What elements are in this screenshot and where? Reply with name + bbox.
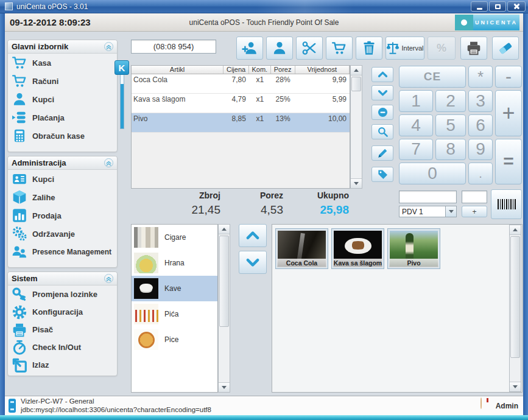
customer-button[interactable]: [266, 37, 293, 60]
quantity-field[interactable]: [462, 191, 487, 203]
category-item-pica[interactable]: Pića: [132, 301, 217, 327]
scrollbar-thumb[interactable]: [510, 236, 520, 358]
sidebar-item-racuni[interactable]: Računi: [8, 72, 117, 90]
print-button[interactable]: [460, 37, 487, 60]
line-up-button[interactable]: [371, 67, 393, 82]
table-row-selected[interactable]: Pivo 8,85 x1 13% 10,00: [132, 113, 350, 133]
category-up-button[interactable]: [239, 224, 267, 247]
sidebar-item-pisac[interactable]: Pisač: [8, 321, 117, 338]
erase-button[interactable]: [492, 37, 519, 60]
receipt-scrollbar[interactable]: [350, 65, 362, 189]
tax-add-button[interactable]: +: [462, 206, 487, 217]
key-9[interactable]: 9: [468, 139, 493, 161]
delete-receipt-button[interactable]: [356, 37, 382, 60]
add-customer-button[interactable]: [236, 37, 263, 60]
key-plus[interactable]: +: [495, 90, 522, 136]
key-multiply[interactable]: *: [468, 66, 493, 88]
receipt-table[interactable]: Artikl Cijena Kom. Porez Vrijednost Coca…: [131, 65, 350, 189]
scroll-down-button[interactable]: [219, 382, 230, 392]
sidebar-item-konfiguracija[interactable]: Konfiguracija: [8, 303, 117, 321]
window-titlebar[interactable]: uniCenta oPOS - 3.01: [0, 0, 528, 13]
receipt-table-header: Artikl Cijena Kom. Porez Vrijednost: [132, 66, 350, 74]
scroll-down-button[interactable]: [510, 382, 521, 391]
key-8[interactable]: 8: [435, 139, 466, 161]
input-field[interactable]: [399, 191, 457, 203]
edit-line-button[interactable]: [371, 145, 393, 161]
section-header[interactable]: Sistem: [8, 272, 117, 285]
sidebar-section-administracija: Administracija Kupci Zalihe Prodaja Održ…: [7, 156, 118, 268]
section-header[interactable]: Glavni izbornik: [8, 40, 117, 54]
dropdown-arrow-icon[interactable]: [445, 206, 456, 217]
col-artikl[interactable]: Artikl: [132, 66, 224, 74]
product-scrollbar[interactable]: [509, 225, 521, 392]
sidebar-item-prodaja[interactable]: Prodaja: [8, 206, 117, 225]
key-3[interactable]: 3: [468, 90, 493, 112]
col-vrijednost[interactable]: Vrijednost: [295, 66, 350, 74]
sidebar-item-kupci[interactable]: Kupci: [8, 90, 117, 108]
connection-string: jdbc:mysql://localhost:3306/unicenta?cha…: [21, 406, 480, 414]
delete-line-button[interactable]: [371, 105, 393, 120]
key-2[interactable]: 2: [435, 90, 466, 112]
scroll-up-button[interactable]: [219, 225, 230, 234]
category-item-cigare[interactable]: Cigare: [132, 225, 217, 250]
sidebar-item-kasa[interactable]: Kasa: [8, 54, 117, 72]
key-6[interactable]: 6: [468, 114, 493, 136]
category-down-button[interactable]: [239, 251, 267, 274]
category-image-cigare: [134, 227, 158, 248]
section-title: Administracija: [12, 158, 104, 167]
sidebar-item-obracun-kase[interactable]: Obračun kase: [8, 127, 117, 145]
product-button-kava-sa-slagom[interactable]: Kava sa šlagom: [331, 228, 384, 269]
key-4[interactable]: 4: [399, 114, 433, 136]
category-list[interactable]: Cigare Hrana Kave Pića Pice: [131, 224, 218, 393]
close-button[interactable]: [507, 1, 526, 12]
line-down-button[interactable]: [371, 85, 393, 100]
key-7[interactable]: 7: [399, 139, 433, 161]
col-kom[interactable]: Kom.: [249, 66, 271, 74]
table-row[interactable]: Kava sa šlagom 4,79 x1 25% 5,99: [132, 94, 350, 113]
table-row[interactable]: Coca Cola 7,80 x1 28% 9,99: [132, 74, 350, 94]
key-ce[interactable]: CE: [399, 66, 466, 88]
category-item-pice[interactable]: Pice: [132, 327, 217, 352]
key-decimal[interactable]: .: [468, 163, 493, 184]
tax-select[interactable]: PDV 1: [399, 206, 457, 217]
sidebar-item-zalihe[interactable]: Zalihe: [8, 188, 117, 206]
scrollbar-thumb[interactable]: [219, 236, 229, 327]
price-tag-button[interactable]: [371, 167, 393, 182]
sidebar-item-izlaz[interactable]: Izlaz: [8, 356, 117, 374]
sidebar-item-promjena-lozinke[interactable]: Promjena lozinke: [8, 285, 117, 303]
barcode-button[interactable]: [491, 189, 522, 219]
collapse-icon[interactable]: [104, 274, 113, 283]
key-1[interactable]: 1: [399, 90, 433, 112]
col-cijena[interactable]: Cijena: [224, 66, 249, 74]
key-0[interactable]: 0: [399, 163, 466, 184]
key-equals[interactable]: =: [495, 139, 522, 185]
scroll-down-button[interactable]: [351, 178, 362, 188]
cart-button[interactable]: [326, 37, 353, 60]
keyboard-toggle-button[interactable]: K: [114, 60, 129, 75]
scroll-up-button[interactable]: [510, 225, 521, 235]
product-button-pivo[interactable]: Pivo: [387, 228, 440, 269]
key-minus[interactable]: -: [495, 66, 522, 88]
scroll-up-button[interactable]: [351, 66, 362, 75]
section-header[interactable]: Administracija: [8, 156, 117, 170]
collapse-icon[interactable]: [104, 42, 113, 51]
sidebar-item-presence-management[interactable]: Presence Management: [8, 243, 117, 261]
scrollbar-thumb[interactable]: [351, 77, 361, 91]
sidebar-item-admin-kupci[interactable]: Kupci: [8, 170, 117, 188]
sidebar-item-placanja[interactable]: Plaćanja: [8, 108, 117, 127]
product-button-coca-cola[interactable]: Coca Cola: [275, 228, 328, 269]
category-item-kave-selected[interactable]: Kave: [132, 276, 217, 301]
maximize-button[interactable]: [489, 1, 506, 12]
interval-button[interactable]: Interval: [385, 37, 424, 60]
category-scrollbar[interactable]: [218, 224, 230, 393]
col-porez[interactable]: Porez: [271, 66, 295, 74]
minimize-button[interactable]: [471, 1, 488, 12]
key-5[interactable]: 5: [435, 114, 466, 136]
sidebar-item-odrzavanje[interactable]: Održavanje: [8, 225, 117, 243]
sidebar-item-check-in-out[interactable]: Check In/Out: [8, 338, 117, 356]
category-item-hrana[interactable]: Hrana: [132, 250, 217, 276]
search-product-button[interactable]: [371, 124, 393, 139]
split-receipt-button[interactable]: [296, 37, 323, 60]
collapse-icon[interactable]: [104, 158, 113, 167]
side-panel-divider[interactable]: [120, 71, 124, 129]
